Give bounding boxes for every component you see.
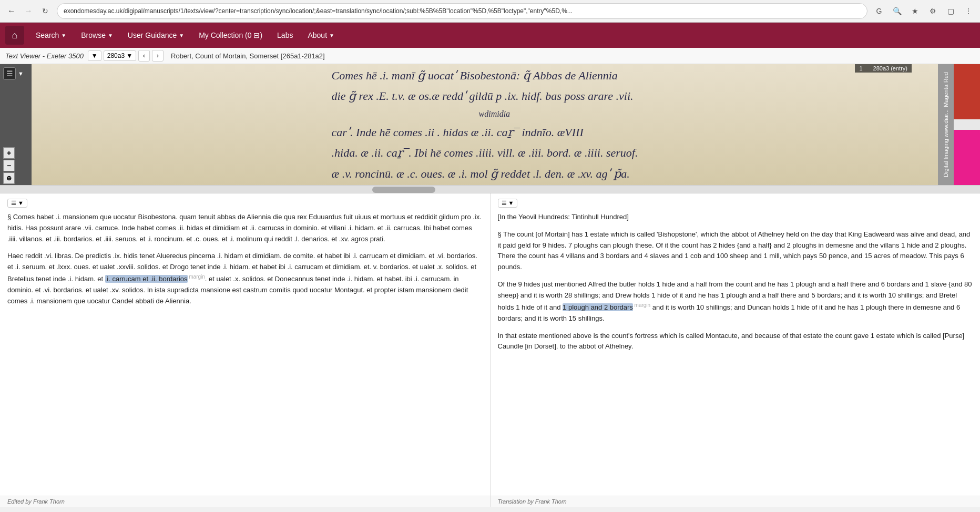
breadcrumb: Robert, Count of Mortain, Somerset [265a…	[171, 52, 325, 60]
nav-buttons: ← → ↻	[4, 4, 53, 18]
nav-user-guidance-label: User Guidance	[128, 31, 177, 39]
page-number: 1	[859, 65, 862, 71]
address-bar[interactable]	[57, 3, 867, 19]
site-navigation: ⌂ Search ▼ Browse ▼ User Guidance ▼ My C…	[0, 23, 980, 48]
right-para-3-text: In that estate mentioned above is the co…	[498, 332, 965, 351]
google-icon[interactable]: G	[872, 4, 886, 18]
margin-note-right: margin	[633, 302, 650, 308]
ms-line-2: die g̃ rex .E. t.v. æ os.æ reddʹ gildū …	[332, 86, 638, 107]
doc-selector: ▼ 280a3 ▼ ‹ ›	[88, 50, 164, 62]
right-paragraph-1: § The count [of Mortain] has 1 estate wh…	[498, 229, 973, 273]
right-panel-footer: Translation by Frank Thorn	[491, 496, 981, 507]
ms-line-6: æ .v. roncinū. æ .c. oues. æ .i. mol g̃…	[332, 163, 638, 185]
horizontal-scrollbar[interactable]	[0, 185, 980, 193]
ms-line-4: carʹ. Inde hē comes .ii . hidas æ .ii. c…	[332, 122, 638, 143]
right-panel-menu-button[interactable]: ☰ ▼	[498, 199, 518, 208]
main-content: ☰ ▼ + − ⊕ Comes hē .i. manī g̃ uocatʹ Bi…	[0, 64, 980, 507]
text-panels: ☰ ▼ § Comes habet .i. mansionem que uoca…	[0, 193, 980, 496]
nav-about-label: About	[308, 31, 327, 39]
forward-button[interactable]: →	[21, 4, 36, 18]
extensions-icon[interactable]: ⚙	[925, 4, 940, 18]
home-button[interactable]: ⌂	[5, 26, 24, 45]
right-highlight: 1 plough and 2 bordars	[563, 303, 633, 311]
zoom-out-button[interactable]: −	[3, 160, 15, 171]
right-footer-text: Translation by Frank Thorn	[498, 498, 567, 505]
margin-note-left: margin	[188, 274, 205, 280]
ms-line-1: Comes hē .i. manī g̃ uocatʹ Bisobestonā:…	[332, 65, 638, 86]
left-para-1-text: § Comes habet .i. mansionem que uocatur …	[7, 213, 482, 243]
image-sidebar: Red Magenta Digital Imaging www.diar...	[938, 64, 980, 185]
next-doc-button[interactable]: ›	[152, 50, 164, 62]
left-panel-toolbar: ☰ ▼	[7, 199, 483, 208]
left-text-panel: ☰ ▼ § Comes habet .i. mansionem que uoca…	[0, 193, 491, 496]
nav-item-search[interactable]: Search ▼	[28, 27, 74, 44]
app-title: Text Viewer - Exeter 3500	[5, 52, 84, 60]
magenta-label: Magenta	[943, 85, 949, 107]
nav-item-browse[interactable]: Browse ▼	[74, 27, 120, 44]
back-button[interactable]: ←	[4, 4, 19, 18]
app-header: Text Viewer - Exeter 3500 ▼ 280a3 ▼ ‹ › …	[0, 48, 980, 64]
browser-chrome: ← → ↻ G 🔍 ★ ⚙ ▢ ⋮	[0, 0, 980, 23]
color-block-magenta	[954, 130, 980, 185]
nav-item-labs[interactable]: Labs	[270, 27, 300, 44]
red-label: Red	[943, 72, 949, 83]
right-text-panel: ☰ ▼ [In the Yeovil Hundreds: Tintinhull …	[491, 193, 981, 496]
menu-icon[interactable]: ⋮	[961, 4, 976, 18]
left-highlight: .i. carrucam et .ii. bordarios	[105, 275, 188, 283]
page-number-bar: 1 280a3 (entry)	[855, 64, 912, 73]
browse-dropdown-arrow: ▼	[108, 33, 113, 38]
left-footer-text: Edited by Frank Thorn	[7, 498, 65, 505]
nav-item-my-collection[interactable]: My Collection (0 ⊟)	[191, 27, 270, 44]
color-block-white	[954, 119, 980, 130]
digital-label: Digital Imaging www.diar...	[943, 109, 949, 177]
zoom-controls: + − ⊕	[3, 147, 15, 184]
refresh-button[interactable]: ↻	[38, 4, 53, 18]
nav-my-collection-label: My Collection (0 ⊟)	[199, 31, 262, 39]
scroll-thumb[interactable]	[372, 187, 435, 193]
prev-doc-button[interactable]: ‹	[138, 50, 150, 62]
right-panel-toolbar: ☰ ▼	[498, 199, 973, 208]
right-para-1-text: § The count [of Mortain] has 1 estate wh…	[498, 230, 971, 271]
left-panel-footer: Edited by Frank Thorn	[0, 496, 491, 507]
doc-code-label: 280a3	[107, 52, 125, 59]
bookmark-icon[interactable]: ★	[907, 4, 922, 18]
rotated-labels: Red Magenta Digital Imaging www.diar...	[938, 64, 954, 185]
nav-item-about[interactable]: About ▼	[300, 27, 342, 44]
zoom-in-button[interactable]: +	[3, 147, 15, 159]
image-viewer: ☰ ▼ + − ⊕ Comes hē .i. manī g̃ uocatʹ Bi…	[0, 64, 980, 185]
entry-label: 280a3 (entry)	[873, 65, 907, 71]
manuscript-image: Comes hē .i. manī g̃ uocatʹ Bisobestonā:…	[32, 64, 938, 185]
ms-line-3: wdimidia	[479, 107, 638, 122]
user-guidance-dropdown-arrow: ▼	[179, 33, 184, 38]
about-dropdown-arrow: ▼	[329, 33, 334, 38]
panels-footer: Edited by Frank Thorn Translation by Fra…	[0, 496, 980, 507]
doc-code-arrow: ▼	[126, 52, 132, 59]
nav-search-label: Search	[36, 31, 59, 39]
search-dropdown-arrow: ▼	[61, 33, 66, 38]
image-menu-button[interactable]: ☰	[3, 67, 16, 80]
image-tool-arrow: ▼	[18, 70, 24, 77]
browser-toolbar: ← → ↻ G 🔍 ★ ⚙ ▢ ⋮	[0, 0, 980, 22]
color-block-red	[954, 64, 980, 119]
nav-item-user-guidance[interactable]: User Guidance ▼	[120, 27, 191, 44]
left-paragraph-1: § Comes habet .i. mansionem que uocatur …	[7, 212, 483, 244]
view-mode-dropdown[interactable]: ▼	[88, 50, 101, 61]
search-lens-icon[interactable]: 🔍	[890, 4, 904, 18]
view-mode-icon: ▼	[91, 52, 98, 59]
left-paragraph-2: Haec reddit .vi. libras. De predictis .i…	[7, 251, 483, 306]
left-panel-menu-button[interactable]: ☰ ▼	[7, 199, 27, 208]
right-paragraph-3: In that estate mentioned above is the co…	[498, 331, 973, 353]
left-panel-content: § Comes habet .i. mansionem que uocatur …	[7, 212, 483, 307]
window-icon[interactable]: ▢	[943, 4, 958, 18]
image-toolbar: ☰ ▼	[3, 67, 24, 80]
manuscript-text: Comes hē .i. manī g̃ uocatʹ Bisobestonā:…	[321, 64, 649, 185]
nav-labs-label: Labs	[277, 31, 293, 39]
right-heading: [In the Yeovil Hundreds: Tintinhull Hund…	[498, 212, 973, 223]
right-paragraph-2: Of the 9 hides just mentioned Alfred the…	[498, 279, 973, 324]
color-strip	[954, 64, 980, 185]
ms-line-5: .hida. æ .ii. caṟ¯. Ibi hē comes .iiii.…	[332, 142, 638, 163]
doc-code-dropdown[interactable]: 280a3 ▼	[104, 50, 136, 61]
right-panel-content: [In the Yeovil Hundreds: Tintinhull Hund…	[498, 212, 973, 352]
zoom-reset-button[interactable]: ⊕	[3, 172, 15, 184]
nav-browse-label: Browse	[81, 31, 106, 39]
